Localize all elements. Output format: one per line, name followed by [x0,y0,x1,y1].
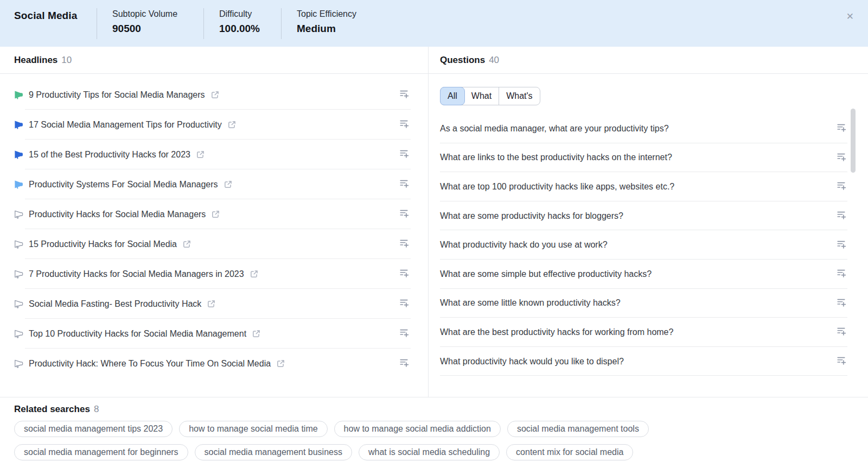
headline-link[interactable]: Productivity Hack: Where To Focus Your T… [14,359,285,369]
add-to-list-icon [837,123,846,134]
headline-text: 17 Social Media Management Tips for Prod… [29,120,222,130]
add-to-list-button[interactable] [399,118,410,131]
add-to-list-icon [837,327,846,337]
external-link-icon [212,210,220,218]
add-to-list-button[interactable] [399,238,410,250]
related-searches-title: Related searches [14,404,90,415]
add-to-list-icon [400,239,409,249]
headline-text: 7 Productivity Hacks for Social Media Ma… [29,269,244,279]
close-button[interactable]: ✕ [844,10,856,23]
questions-section: Questions 40 All What What's [429,47,868,397]
headlines-list: 9 Productivity Tips for Social Media Man… [0,80,428,378]
add-to-list-button[interactable] [836,355,847,368]
add-to-list-icon [400,119,409,130]
add-to-list-button[interactable] [399,208,410,220]
megaphone-icon [14,239,23,249]
add-to-list-button[interactable] [836,268,847,280]
add-to-list-button[interactable] [399,357,410,370]
megaphone-icon [14,359,23,368]
filter-tab[interactable]: What [464,87,499,105]
headline-link[interactable]: 7 Productivity Hacks for Social Media Ma… [14,269,258,279]
add-to-list-button[interactable] [836,122,847,135]
add-to-list-icon [400,269,409,279]
headline-text: Productivity Hack: Where To Focus Your T… [29,359,271,369]
add-to-list-button[interactable] [836,210,847,222]
add-to-list-icon [400,209,409,219]
questions-scrollbar-thumb[interactable] [851,109,856,173]
stat-block: Topic Efficiency Medium [281,8,356,39]
headline-row: Productivity Systems For Social Media Ma… [0,169,428,199]
related-search-pill[interactable]: social media management tips 2023 [14,421,173,437]
related-search-pill[interactable]: social media management for beginners [14,444,188,460]
headline-row: 9 Productivity Tips for Social Media Man… [0,80,428,110]
headline-link[interactable]: 9 Productivity Tips for Social Media Man… [14,90,219,100]
stat-block: Subtopic Volume 90500 [97,8,177,39]
add-to-list-button[interactable] [836,151,847,164]
related-search-pill[interactable]: how to manage social media time [179,421,327,437]
add-to-list-button[interactable] [836,326,847,338]
stat-block: Difficulty 100.00% [203,8,260,39]
external-link-icon [196,150,205,159]
topic-details-panel: Social Media Subtopic Volume 90500 Diffi… [0,0,868,474]
headline-link[interactable]: 15 Productivity Hacks for Social Media [14,239,191,249]
megaphone-icon [14,269,23,279]
add-to-list-button[interactable] [399,327,410,340]
question-row: As a social media manager, what are your… [440,114,847,143]
questions-list: As a social media manager, what are your… [429,114,868,376]
filter-tab[interactable]: What's [499,87,539,105]
add-to-list-icon [837,211,846,221]
headline-text: 9 Productivity Tips for Social Media Man… [29,90,205,100]
headline-row: Social Media Fasting- Best Productivity … [0,289,428,319]
add-to-list-button[interactable] [399,89,410,101]
headline-row: 15 Productivity Hacks for Social Media [0,229,428,259]
headline-link[interactable]: Productivity Hacks for Social Media Mana… [14,210,220,219]
headline-link[interactable]: 15 of the Best Productivity Hacks for 20… [14,150,205,160]
add-to-list-button[interactable] [399,298,410,310]
related-searches-count: 8 [94,404,99,415]
headline-link[interactable]: Top 10 Productivity Hacks for Social Med… [14,329,260,339]
related-search-pill[interactable]: social media management tools [507,421,649,437]
headline-row: Top 10 Productivity Hacks for Social Med… [0,319,428,349]
question-text: What are some productivity hacks for blo… [440,211,829,221]
headline-link[interactable]: 17 Social Media Management Tips for Prod… [14,120,236,130]
headline-text: Social Media Fasting- Best Productivity … [29,299,201,309]
external-link-icon [252,330,260,338]
add-to-list-button[interactable] [399,268,410,280]
headline-link[interactable]: Social Media Fasting- Best Productivity … [14,299,215,309]
add-to-list-button[interactable] [399,148,410,161]
related-search-pill[interactable]: how to manage social media addiction [334,421,501,437]
question-text: As a social media manager, what are your… [440,124,829,134]
question-text: What are links to the best productivity … [440,153,829,162]
external-link-icon [228,121,236,129]
headline-row: 7 Productivity Hacks for Social Media Ma… [0,259,428,289]
related-search-pill[interactable]: social media management business [195,444,352,460]
external-link-icon [211,91,219,99]
headlines-heading: Headlines 10 [0,47,428,74]
related-search-pill[interactable]: content mix for social media [506,444,633,460]
megaphone-icon [14,210,23,219]
headline-row: 17 Social Media Management Tips for Prod… [0,110,428,140]
question-text: What productivity hack would you like to… [440,357,829,366]
add-to-list-icon [400,328,409,339]
question-row: What are the best productivity hacks for… [440,318,847,347]
add-to-list-icon [400,358,409,369]
headline-row: Productivity Hack: Where To Focus Your T… [0,349,428,378]
questions-title: Questions [440,55,485,66]
headline-text: Top 10 Productivity Hacks for Social Med… [29,329,246,339]
add-to-list-button[interactable] [399,178,410,191]
question-row: What are some little known productivity … [440,289,847,318]
headline-text: Productivity Hacks for Social Media Mana… [29,210,206,219]
question-row: What are links to the best productivity … [440,143,847,173]
add-to-list-button[interactable] [836,239,847,251]
question-text: What are the best productivity hacks for… [440,327,829,337]
add-to-list-button[interactable] [836,180,847,193]
add-to-list-icon [837,356,846,366]
filter-tab[interactable]: All [440,87,465,105]
related-search-pill[interactable]: what is social media scheduling [359,444,500,460]
headline-text: 15 Productivity Hacks for Social Media [29,239,177,249]
stat-value: 90500 [112,23,177,35]
add-to-list-button[interactable] [836,297,847,309]
headline-link[interactable]: Productivity Systems For Social Media Ma… [14,180,232,189]
questions-count: 40 [489,55,499,66]
headline-row: Productivity Hacks for Social Media Mana… [0,199,428,229]
